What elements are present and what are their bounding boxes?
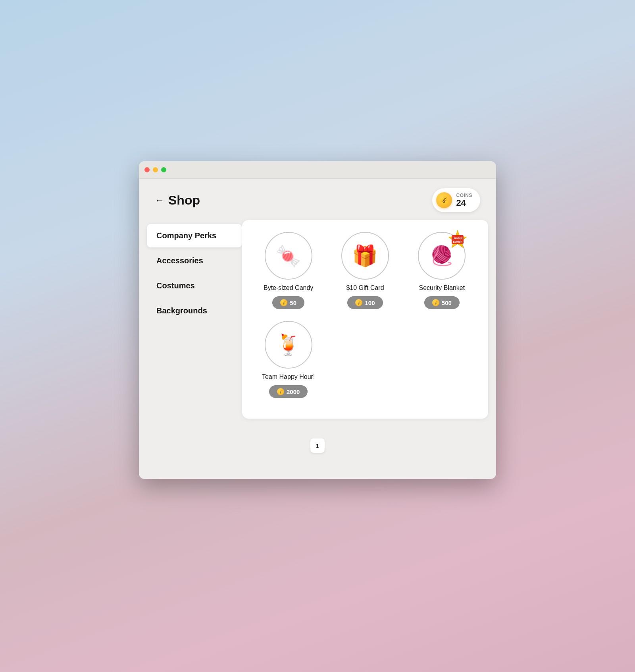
coins-badge: 💰 COINS 24 <box>432 188 480 212</box>
minimize-button[interactable] <box>153 167 158 172</box>
sidebar: Company Perks Accessories Costumes Backg… <box>147 220 242 419</box>
coins-info: COINS 24 <box>456 193 472 208</box>
back-button[interactable]: ← <box>155 195 164 206</box>
price-value-gift-card: 100 <box>365 299 375 306</box>
coins-value: 24 <box>456 198 472 208</box>
price-tag-team-happy-hour: 💰 2000 <box>269 385 308 398</box>
item-name-byte-sized-candy: Byte-sized Candy <box>264 284 313 292</box>
sidebar-item-accessories[interactable]: Accessories <box>147 249 242 272</box>
shop-content: 🍬 Byte-sized Candy 💰 50 🎁 $10 Gi <box>242 220 488 419</box>
close-button[interactable] <box>144 167 150 172</box>
sidebar-item-backgrounds[interactable]: Backgrounds <box>147 299 242 322</box>
item-name-gift-card: $10 Gift Card <box>346 284 384 292</box>
shop-item-team-happy-hour[interactable]: 🍹 Team Happy Hour! 💰 2000 <box>254 321 323 398</box>
price-coin-icon-2: 💰 <box>355 299 362 306</box>
page-header: ← Shop 💰 COINS 24 <box>139 179 496 220</box>
shop-item-byte-sized-candy[interactable]: 🍬 Byte-sized Candy 💰 50 <box>254 232 323 309</box>
page-title: Shop <box>168 193 200 208</box>
sidebar-item-costumes[interactable]: Costumes <box>147 274 242 297</box>
item-image-team-happy-hour: 🍹 <box>265 321 312 369</box>
main-body: Company Perks Accessories Costumes Backg… <box>139 220 496 431</box>
sidebar-item-company-perks[interactable]: Company Perks <box>147 224 242 247</box>
maximize-button[interactable] <box>161 167 166 172</box>
window-content: ← Shop 💰 COINS 24 Company Perks Accessor… <box>139 179 496 457</box>
item-image-byte-sized-candy: 🍬 <box>265 232 312 280</box>
shop-item-security-blanket[interactable]: 🧶 Limited Edition Sec <box>408 232 476 309</box>
price-value-byte-sized-candy: 50 <box>290 299 296 306</box>
items-grid: 🍬 Byte-sized Candy 💰 50 🎁 $10 Gi <box>254 232 476 398</box>
item-image-gift-card: 🎁 <box>341 232 389 280</box>
coin-icon: 💰 <box>436 192 452 208</box>
price-tag-byte-sized-candy: 💰 50 <box>272 296 304 309</box>
title-bar <box>139 161 496 179</box>
page-1-button[interactable]: 1 <box>310 438 325 453</box>
shop-item-gift-card[interactable]: 🎁 $10 Gift Card 💰 100 <box>331 232 399 309</box>
item-image-security-blanket: 🧶 Limited Edition <box>418 232 466 280</box>
app-window: ← Shop 💰 COINS 24 Company Perks Accessor… <box>139 161 496 479</box>
svg-text:Limited: Limited <box>453 237 463 239</box>
limited-edition-badge: Limited Edition <box>447 230 468 255</box>
price-value-team-happy-hour: 2000 <box>287 388 300 395</box>
title-area: ← Shop <box>155 193 200 208</box>
item-name-team-happy-hour: Team Happy Hour! <box>262 373 315 380</box>
price-coin-icon-3: 💰 <box>432 299 439 306</box>
price-tag-security-blanket: 💰 500 <box>424 296 460 309</box>
svg-text:Edition: Edition <box>453 240 462 243</box>
price-value-security-blanket: 500 <box>442 299 452 306</box>
item-name-security-blanket: Security Blanket <box>419 284 465 292</box>
coins-label: COINS <box>456 193 472 198</box>
price-coin-icon: 💰 <box>280 299 287 306</box>
traffic-lights <box>144 167 166 172</box>
pagination: 1 <box>139 431 496 457</box>
price-tag-gift-card: 💰 100 <box>347 296 383 309</box>
price-coin-icon-4: 💰 <box>277 388 284 395</box>
